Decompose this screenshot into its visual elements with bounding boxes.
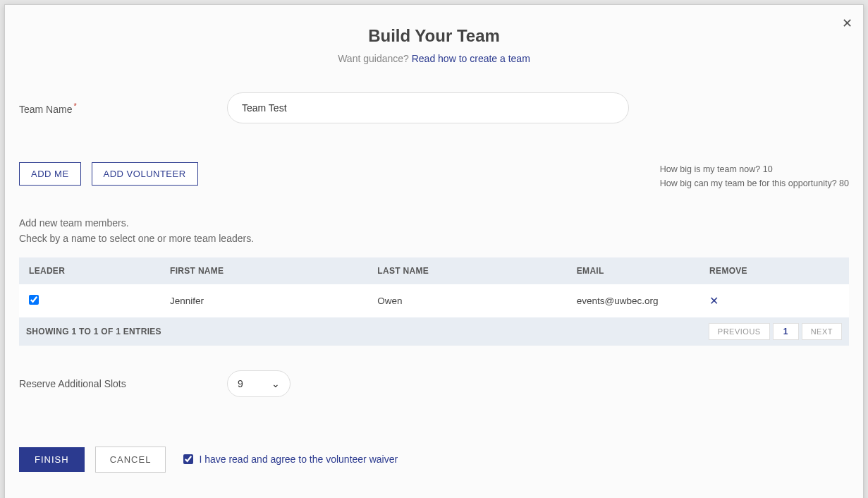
guidance-text: Want guidance? Read how to create a team xyxy=(5,53,863,64)
remove-icon[interactable]: ✕ xyxy=(709,294,719,308)
members-table: LEADER FIRST NAME LAST NAME EMAIL REMOVE… xyxy=(19,257,849,317)
waiver-label[interactable]: I have read and agree to the volunteer w… xyxy=(199,454,398,465)
previous-button[interactable]: PREVIOUS xyxy=(709,323,770,340)
col-header-last-name: LAST NAME xyxy=(367,257,566,284)
next-button[interactable]: NEXT xyxy=(802,323,842,340)
actions-row: ADD ME ADD VOLUNTEER How big is my team … xyxy=(5,162,863,190)
pager: PREVIOUS 1 NEXT xyxy=(709,323,842,340)
footer-row: FINISH CANCEL I have read and agree to t… xyxy=(5,447,863,473)
required-asterisk: * xyxy=(73,102,76,110)
page-number[interactable]: 1 xyxy=(773,323,799,340)
col-header-first-name: FIRST NAME xyxy=(160,257,367,284)
waiver-checkbox[interactable] xyxy=(183,454,193,464)
reserve-slots-select[interactable]: 9 ⌄ xyxy=(227,370,291,397)
col-header-email: EMAIL xyxy=(567,257,699,284)
reserve-slots-label: Reserve Additional Slots xyxy=(19,378,227,389)
cell-first-name: Jennifer xyxy=(160,284,367,317)
close-icon[interactable]: ✕ xyxy=(842,16,852,31)
guidance-link[interactable]: Read how to create a team xyxy=(412,53,530,64)
team-size-max: How big can my team be for this opportun… xyxy=(660,176,849,190)
col-header-remove: REMOVE xyxy=(699,257,849,284)
team-name-label: Team Name* xyxy=(19,102,227,115)
add-volunteer-button[interactable]: ADD VOLUNTEER xyxy=(92,162,198,186)
chevron-down-icon: ⌄ xyxy=(271,378,280,389)
guidance-prefix: Want guidance? xyxy=(338,53,412,64)
cell-email: events@uwbec.org xyxy=(567,284,699,317)
reserve-slots-value: 9 xyxy=(238,378,243,389)
finish-button[interactable]: FINISH xyxy=(19,447,85,472)
team-size-info: How big is my team now? 10 How big can m… xyxy=(660,162,849,190)
modal-header: Build Your Team Want guidance? Read how … xyxy=(5,5,863,64)
team-size-now: How big is my team now? 10 xyxy=(660,162,849,176)
col-header-leader: LEADER xyxy=(19,257,160,284)
team-name-label-text: Team Name xyxy=(19,103,72,114)
team-name-row: Team Name* xyxy=(5,92,863,123)
table-row: Jennifer Owen events@uwbec.org ✕ xyxy=(19,284,849,317)
members-table-wrap: LEADER FIRST NAME LAST NAME EMAIL REMOVE… xyxy=(5,257,863,346)
leader-checkbox[interactable] xyxy=(29,295,39,305)
build-team-modal: ✕ Build Your Team Want guidance? Read ho… xyxy=(4,4,864,498)
waiver-block: I have read and agree to the volunteer w… xyxy=(183,454,398,465)
hint-line-1: Add new team members. xyxy=(19,215,849,231)
hint-line-2: Check by a name to select one or more te… xyxy=(19,231,849,246)
modal-title: Build Your Team xyxy=(5,26,863,46)
reserve-slots-row: Reserve Additional Slots 9 ⌄ xyxy=(5,370,863,397)
member-hints: Add new team members. Check by a name to… xyxy=(5,215,863,247)
entries-summary: SHOWING 1 TO 1 OF 1 ENTRIES xyxy=(26,327,161,336)
cell-last-name: Owen xyxy=(367,284,566,317)
cancel-button[interactable]: CANCEL xyxy=(95,447,166,473)
table-footer: SHOWING 1 TO 1 OF 1 ENTRIES PREVIOUS 1 N… xyxy=(19,317,849,346)
team-name-input[interactable] xyxy=(227,92,629,123)
add-me-button[interactable]: ADD ME xyxy=(19,162,81,186)
